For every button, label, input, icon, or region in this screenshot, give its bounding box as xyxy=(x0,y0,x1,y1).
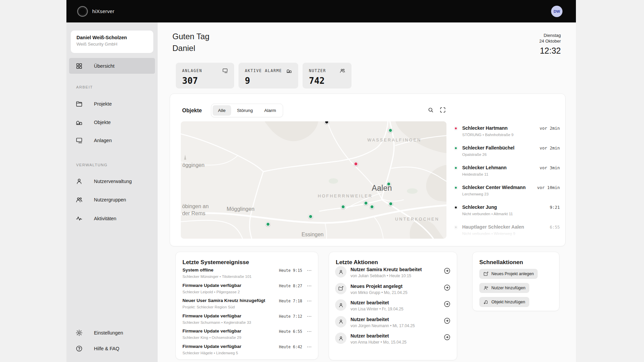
button-label: Objekt hinzufügen xyxy=(491,300,525,304)
user-avatar[interactable]: DW xyxy=(551,6,562,17)
people-icon xyxy=(339,68,345,74)
weekday-label: Dienstag xyxy=(539,33,561,38)
more-options-icon[interactable] xyxy=(307,329,312,334)
map-canvas[interactable]: WASSERALFINGENAalenHOFHERRNWEILERUNTERKO… xyxy=(181,121,446,239)
stat-cards: ANLAGEN 307 AKTIVE ALARME 9 NUTZER xyxy=(176,63,352,88)
event-row[interactable]: Firmware Update verfügbar Schlecker Leip… xyxy=(182,283,312,298)
stat-card-aktive-alarme[interactable]: AKTIVE ALARME 9 xyxy=(238,63,298,88)
object-list-item[interactable]: Schlecker Lehmann Heidestraße 11 vor 3mi… xyxy=(454,165,560,185)
user-plus-icon xyxy=(483,285,489,291)
event-row[interactable]: Neuer User Samira Kreutz hinzugefügt Pro… xyxy=(182,298,312,313)
sidebar-item-einstellungen[interactable]: Einstellungen xyxy=(69,325,155,340)
object-time: vor 2min xyxy=(540,126,560,131)
status-dot-ok xyxy=(454,166,458,170)
map-marker-alarm[interactable] xyxy=(354,162,358,166)
action-row[interactable]: Nutzer bearbeitet von Anna Huber • Mo, 1… xyxy=(335,333,451,350)
event-detail: Schlecker Schurmann • Keglerstraße 33 xyxy=(182,320,312,324)
greeting: Guten Tag Daniel xyxy=(172,31,209,54)
add-user-button[interactable]: Nutzer hinzufügen xyxy=(479,283,529,293)
date-label: 24 Oktober xyxy=(539,38,561,44)
buildings-icon xyxy=(286,68,292,74)
object-list-item[interactable]: Hauptlager Schlecker Aalen Nicht verbund… xyxy=(454,224,560,239)
recent-actions-panel: Letzte Aktionen Nutzer Samira Kreutz bea… xyxy=(329,252,457,360)
more-options-icon[interactable] xyxy=(307,283,312,289)
sidebar-section-verwaltung: VERWALTUNG xyxy=(76,163,108,167)
stat-card-nutzer[interactable]: NUTZER 742 xyxy=(303,63,352,88)
stat-label: AKTIVE ALARME xyxy=(245,68,282,73)
sidebar-item-label: Übersicht xyxy=(94,63,114,69)
arrow-right-circle-icon[interactable] xyxy=(443,334,451,341)
topbar: hiXserver DW xyxy=(66,0,576,22)
more-options-icon[interactable] xyxy=(307,298,312,304)
map-marker-ok[interactable] xyxy=(370,205,374,209)
sidebar-user-company: Weiß Security GmbH xyxy=(76,42,148,47)
user-icon xyxy=(335,266,346,278)
add-object-button[interactable]: Objekt hinzufügen xyxy=(479,297,529,307)
map-marker-ok[interactable] xyxy=(388,202,393,206)
sidebar-item-aktivitaeten[interactable]: Aktivitäten xyxy=(69,211,155,226)
sidebar: Daniel Weiß-Scholzen Weiß Security GmbH … xyxy=(66,22,158,362)
map-marker-ok[interactable] xyxy=(266,222,270,226)
arrow-right-circle-icon[interactable] xyxy=(443,284,451,291)
panel-title: Letzte Aktionen xyxy=(336,259,378,266)
more-options-icon[interactable] xyxy=(307,344,312,350)
tab-stoerung[interactable]: Störung xyxy=(232,105,258,116)
object-detail: Nicht verbunden • Winterweg 9 xyxy=(462,232,560,236)
action-row[interactable]: Neues Projekt angelegt von Mirko Grupp •… xyxy=(335,284,451,300)
panel-title: Schnellaktionen xyxy=(479,259,523,266)
sidebar-user-card[interactable]: Daniel Weiß-Scholzen Weiß Security GmbH xyxy=(71,31,153,53)
event-detail: Projekt: Schlecker Region Süd xyxy=(182,305,312,309)
action-detail: von Mirko Grupp • Mo, 21.04.25 xyxy=(351,290,451,295)
map-marker-ok[interactable] xyxy=(387,182,391,186)
greeting-line2: Daniel xyxy=(172,42,209,54)
button-label: Neues Projekt anlegen xyxy=(491,272,534,276)
map-marker-ok[interactable] xyxy=(341,205,345,209)
arrow-right-circle-icon[interactable] xyxy=(443,267,451,275)
object-list-item[interactable]: Schlecker Hartmann STÖRUNG • Bahnhofstra… xyxy=(454,125,560,145)
event-row[interactable]: System offline Schlecker Münsinger • Til… xyxy=(182,267,312,283)
action-row[interactable]: Nutzer bearbeitet von Lisa Winter • Fr, … xyxy=(335,300,451,317)
sidebar-item-projekte[interactable]: Projekte xyxy=(69,97,155,111)
object-detail: Nicht verbunden • Altmarkt 11 xyxy=(462,212,560,216)
event-row[interactable]: Firmware Update verfügbar Schlecker Schu… xyxy=(182,313,312,329)
action-row[interactable]: Nutzer Samira Kreutz bearbeitet von Juli… xyxy=(335,267,451,284)
action-row[interactable]: Nutzer bearbeitet von Jürgen Neumann • M… xyxy=(335,317,451,334)
object-list-item[interactable]: Schlecker Center Wiedmann Lerchenweg 23 … xyxy=(454,185,560,204)
object-time: 6:55 xyxy=(550,225,560,230)
main-content: Guten Tag Daniel Dienstag 24 Oktober 12:… xyxy=(158,22,576,362)
sidebar-item-nutzergruppen[interactable]: Nutzergruppen xyxy=(69,192,155,207)
arrow-right-circle-icon[interactable] xyxy=(443,300,451,308)
stat-card-anlagen[interactable]: ANLAGEN 307 xyxy=(176,63,234,88)
more-options-icon[interactable] xyxy=(307,268,312,273)
map-marker-ok[interactable] xyxy=(364,201,368,205)
greeting-line1: Guten Tag xyxy=(172,31,209,42)
more-options-icon[interactable] xyxy=(307,314,312,319)
stat-label: NUTZER xyxy=(309,68,326,73)
tab-alle[interactable]: Alle xyxy=(213,105,231,116)
sidebar-item-objekte[interactable]: Objekte xyxy=(69,115,155,130)
object-list-item[interactable]: Schlecker Fallenbüchel Opalstraße 26 vor… xyxy=(454,145,560,165)
sidebar-item-nutzerverwaltung[interactable]: Nutzerverwaltung xyxy=(69,174,155,189)
fullscreen-icon[interactable] xyxy=(439,107,446,113)
arrow-right-circle-icon[interactable] xyxy=(443,317,451,324)
event-row[interactable]: Firmware Update verfügbar Schlecker King… xyxy=(182,328,312,344)
object-time: vor 2min xyxy=(540,145,560,150)
object-list-item[interactable]: Schlecker Jung Nicht verbunden • Altmark… xyxy=(454,204,560,224)
event-row[interactable]: Firmware Update verfügbar Schlecker Häge… xyxy=(182,344,312,359)
event-detail: Schlecker Hägele • Lindenweg 5 xyxy=(182,351,312,355)
object-list[interactable]: Schlecker Hartmann STÖRUNG • Bahnhofstra… xyxy=(454,121,560,239)
event-time: Heute 6:42 xyxy=(279,345,302,349)
tab-alarm[interactable]: Alarm xyxy=(259,105,281,116)
map-marker-ok[interactable] xyxy=(388,128,392,132)
map-monument-icon xyxy=(184,155,186,160)
sidebar-item-hilfe-faq[interactable]: Hilfe & FAQ xyxy=(69,341,155,356)
new-project-button[interactable]: Neues Projekt anlegen xyxy=(479,269,538,279)
map-marker-ok[interactable] xyxy=(309,214,313,219)
user-icon xyxy=(335,333,346,344)
sidebar-item-label: Hilfe & FAQ xyxy=(94,346,119,351)
search-icon[interactable] xyxy=(427,107,434,113)
brand-logo-icon xyxy=(77,6,88,17)
sidebar-item-anlagen[interactable]: Anlagen xyxy=(69,133,155,148)
sidebar-item-uebersicht[interactable]: Übersicht xyxy=(69,58,155,74)
status-dot-ok xyxy=(454,186,458,189)
